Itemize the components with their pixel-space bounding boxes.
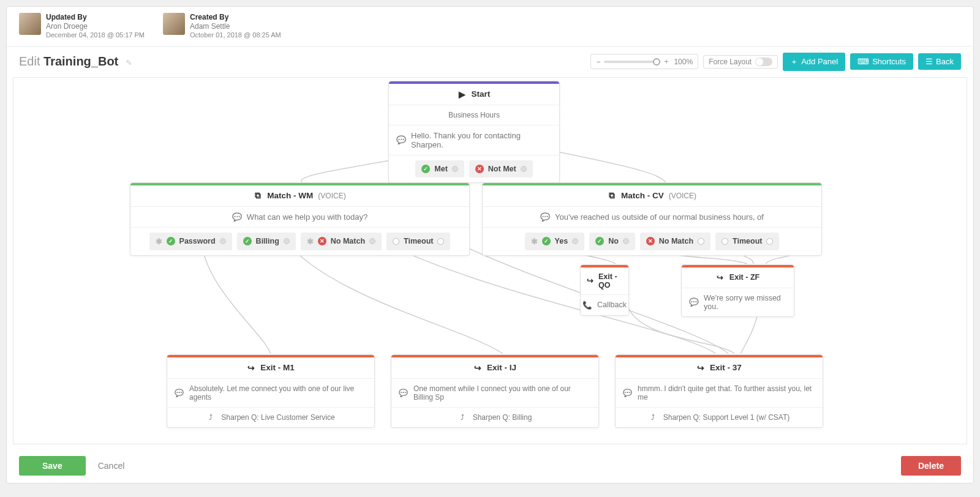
node-exit-37[interactable]: ↪ Exit - 37 💬 hmmm. I didn't quite get t… <box>615 354 823 428</box>
option-met[interactable]: ✓Met <box>415 160 464 177</box>
delete-button[interactable]: Delete <box>901 456 961 476</box>
flow-canvas[interactable]: ▶ Start Business Hours 💬 Hello. Thank yo… <box>13 77 967 444</box>
share-icon: ⤴ <box>458 413 467 422</box>
copy-icon: ⧉ <box>608 191 616 201</box>
created-by-block: Created By Adam Settle October 01, 2018 … <box>163 13 281 40</box>
exit-icon: ↪ <box>247 363 255 373</box>
share-icon: ⤴ <box>206 413 215 422</box>
node-exit-m1[interactable]: ↪ Exit - M1 💬 Absolutely. Let me connect… <box>167 354 375 428</box>
option-billing[interactable]: ✓Billing <box>237 233 296 250</box>
zoom-control[interactable]: − ＋ 100% <box>590 54 698 69</box>
zoom-out-icon[interactable]: − <box>596 58 600 66</box>
save-button[interactable]: Save <box>19 456 86 476</box>
option-not-met[interactable]: ✕Not Met <box>469 160 533 177</box>
option-no-match[interactable]: ✕No Match <box>640 233 710 250</box>
chat-icon: 💬 <box>232 212 241 222</box>
avatar <box>19 13 41 35</box>
option-no-match[interactable]: ✱✕No Match <box>301 233 382 250</box>
updated-by-name: Aron Droege <box>46 22 145 31</box>
force-layout-toggle[interactable]: Force Layout <box>703 55 778 69</box>
exit-icon: ↪ <box>587 276 594 285</box>
node-match-cv[interactable]: ⧉ Match - CV (VOICE) 💬 You've reached us… <box>482 182 822 256</box>
edit-icon[interactable]: ✎ <box>126 58 132 67</box>
chat-icon: 💬 <box>540 212 549 222</box>
keyboard-icon: ⌨ <box>858 57 869 66</box>
avatar <box>163 13 185 35</box>
exit-icon: ↪ <box>696 363 705 373</box>
option-password[interactable]: ✱✓Password <box>149 233 232 250</box>
exit-icon: ↪ <box>716 273 725 282</box>
plus-icon: ＋ <box>790 56 798 67</box>
shortcuts-button[interactable]: ⌨ Shortcuts <box>850 53 913 70</box>
cancel-link[interactable]: Cancel <box>98 461 125 471</box>
zoom-value: 100% <box>674 58 693 66</box>
chat-icon: 💬 <box>689 297 698 307</box>
updated-by-date: December 04, 2018 @ 05:17 PM <box>46 31 145 40</box>
chat-icon: 💬 <box>175 389 183 397</box>
node-exit-ij[interactable]: ↪ Exit - IJ 💬 One moment while I connect… <box>391 354 599 428</box>
copy-icon: ⧉ <box>254 191 262 201</box>
node-exit-zf[interactable]: ↪ Exit - ZF 💬 We're sorry we missed you. <box>681 264 794 317</box>
share-icon: ⤴ <box>649 413 657 422</box>
chat-icon: 💬 <box>399 389 407 397</box>
list-icon: ☰ <box>925 57 933 66</box>
add-panel-button[interactable]: ＋ Add Panel <box>783 53 845 71</box>
chat-icon: 💬 <box>396 135 405 144</box>
node-exit-qo[interactable]: ↪ Exit - QO 📞 Callback <box>580 264 629 316</box>
updated-by-label: Updated By <box>46 13 145 22</box>
phone-icon: 📞 <box>582 301 591 310</box>
back-button[interactable]: ☰ Back <box>918 53 961 70</box>
chat-icon: 💬 <box>623 389 631 397</box>
page-title: Edit Training_Bot ✎ <box>19 54 132 69</box>
created-by-date: October 01, 2018 @ 08:25 AM <box>190 31 281 40</box>
node-match-wm[interactable]: ⧉ Match - WM (VOICE) 💬 What can we help … <box>130 182 470 256</box>
updated-by-block: Updated By Aron Droege December 04, 2018… <box>19 13 145 40</box>
node-start[interactable]: ▶ Start Business Hours 💬 Hello. Thank yo… <box>388 81 560 183</box>
play-icon: ▶ <box>458 89 467 99</box>
exit-icon: ↪ <box>473 363 482 373</box>
created-by-name: Adam Settle <box>190 22 281 31</box>
created-by-label: Created By <box>190 13 281 22</box>
option-no[interactable]: ✓No <box>589 233 635 250</box>
node-subtitle: Business Hours <box>389 105 559 125</box>
zoom-in-icon[interactable]: ＋ <box>663 56 670 67</box>
option-timeout[interactable]: Timeout <box>715 233 779 250</box>
option-timeout[interactable]: Timeout <box>386 233 450 250</box>
option-yes[interactable]: ✱✓Yes <box>525 233 585 250</box>
